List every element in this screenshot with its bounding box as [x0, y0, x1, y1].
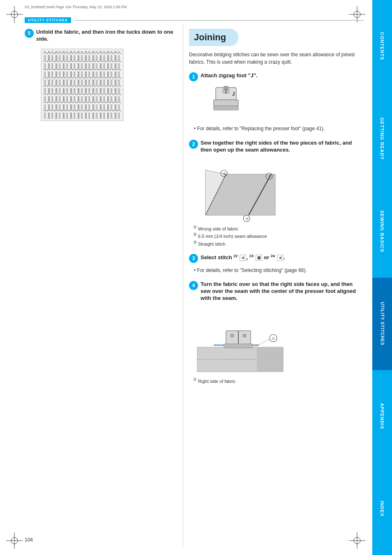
step2-text: Sew together the right sides of the two …: [201, 140, 364, 154]
section-header-bar: UTILITY STITCHES: [25, 16, 364, 24]
svg-rect-24: [214, 106, 238, 110]
zigzag-foot-illustration: J: [201, 85, 364, 124]
svg-point-45: [243, 334, 246, 337]
svg-text:①: ①: [268, 175, 271, 179]
step3-bullet: For details, refer to "Selecting stitchi…: [194, 267, 364, 274]
joining-description: Decorative bridging stitches can be sewn…: [189, 51, 364, 66]
seam-svg: ① ② ③: [193, 158, 292, 223]
fabric-tucks-illustration: [37, 47, 181, 124]
column-divider: [183, 25, 183, 547]
step1-circle: 1: [189, 72, 198, 81]
step4-legend: ① Right side of fabric: [193, 377, 364, 384]
svg-rect-43: [224, 344, 253, 348]
svg-rect-23: [214, 100, 238, 106]
stitch-24-icon: ≺: [277, 255, 284, 261]
step5-header: 5 Unfold the fabric, and then iron the t…: [25, 29, 181, 43]
legend-item-1: ① Wrong side of fabric: [193, 225, 364, 231]
step5-text: Unfold the fabric, and then iron the tuc…: [36, 29, 181, 43]
svg-point-44: [231, 334, 234, 337]
step4-section: 4 Turn the fabric over so that the right…: [189, 281, 364, 383]
legend-item-2: ② 6.5 mm (1/4 inch) seam allowance: [193, 232, 364, 239]
step4-circle: 4: [189, 281, 198, 290]
sidebar-tab-getting-ready[interactable]: GETTING READY: [372, 92, 392, 185]
svg-rect-26: [224, 86, 228, 90]
sewing-machine-illustration: ①: [193, 306, 364, 377]
svg-text:J: J: [232, 91, 235, 97]
step2-legend: ① Wrong side of fabric ② 6.5 mm (1/4 inc…: [193, 225, 364, 246]
step3-circle: 3: [189, 254, 198, 263]
legend-step4-item-1: ① Right side of fabric: [193, 377, 364, 384]
sidebar-tab-appendix[interactable]: APPENDIX: [372, 370, 392, 463]
step2-circle: 2: [189, 140, 198, 149]
joining-title-box: Joining: [189, 29, 238, 46]
sidebar-tab-sewing-basics[interactable]: SEWING BASICS: [372, 185, 392, 277]
sewing-machine-svg: ①: [193, 306, 284, 376]
step1-section: 1 Attach zigzag foot "J". J: [189, 72, 364, 132]
sidebar-tab-utility-stitches[interactable]: UTILITY STITCHES: [372, 278, 392, 370]
step4-header: 4 Turn the fabric over so that the right…: [189, 281, 364, 302]
sidebar-tab-contents[interactable]: CONTENTS: [372, 0, 392, 92]
svg-line-48: [255, 339, 270, 347]
step2-section: 2 Sew together the right sides of the tw…: [189, 140, 364, 246]
step1-text: Attach zigzag foot "J".: [201, 72, 364, 79]
step3-section: 3 Select stitch 22 ≺, 23 ⊠ or 24 ≺. For …: [189, 254, 364, 274]
right-sidebar: CONTENTS GETTING READY SEWING BASICS UTI…: [372, 0, 392, 555]
step4-text: Turn the fabric over so that the right s…: [201, 281, 364, 302]
svg-rect-13: [43, 51, 121, 119]
stitch-23-icon: ⊠: [256, 255, 262, 261]
right-column: Joining Decorative bridging stitches can…: [189, 29, 364, 391]
page-header-file: S3_brotherE.book Page 104 Thursday, May …: [25, 5, 127, 9]
step1-header: 1 Attach zigzag foot "J".: [189, 72, 364, 81]
sidebar-tab-index[interactable]: INDEX: [372, 463, 392, 555]
fabric-tucks-svg: [37, 47, 127, 123]
legend-item-3: ③ Straight stitch: [193, 240, 364, 246]
step1-bullet: For details, refer to "Replacing the pre…: [194, 125, 364, 132]
step5-circle: 5: [25, 29, 34, 38]
svg-rect-49: [257, 347, 284, 372]
stitch-22-icon: ≺: [240, 255, 246, 261]
left-column: 5 Unfold the fabric, and then iron the t…: [25, 29, 181, 131]
page-number: 104: [25, 537, 33, 543]
step5-section: 5 Unfold the fabric, and then iron the t…: [25, 29, 181, 124]
step2-header: 2 Sew together the right sides of the tw…: [189, 140, 364, 154]
svg-text:③: ③: [245, 217, 249, 221]
svg-text:①: ①: [272, 336, 275, 341]
zigzag-foot-svg: J: [201, 85, 251, 122]
step3-text: Select stitch 22 ≺, 23 ⊠ or 24 ≺.: [201, 254, 364, 261]
main-content: S3_brotherE.book Page 104 Thursday, May …: [0, 0, 372, 555]
step3-header: 3 Select stitch 22 ≺, 23 ⊠ or 24 ≺.: [189, 254, 364, 263]
header-line: [74, 20, 364, 21]
joining-title: Joining: [194, 32, 226, 43]
section-label: UTILITY STITCHES: [25, 17, 71, 23]
seam-diagram: ① ② ③: [193, 158, 364, 225]
